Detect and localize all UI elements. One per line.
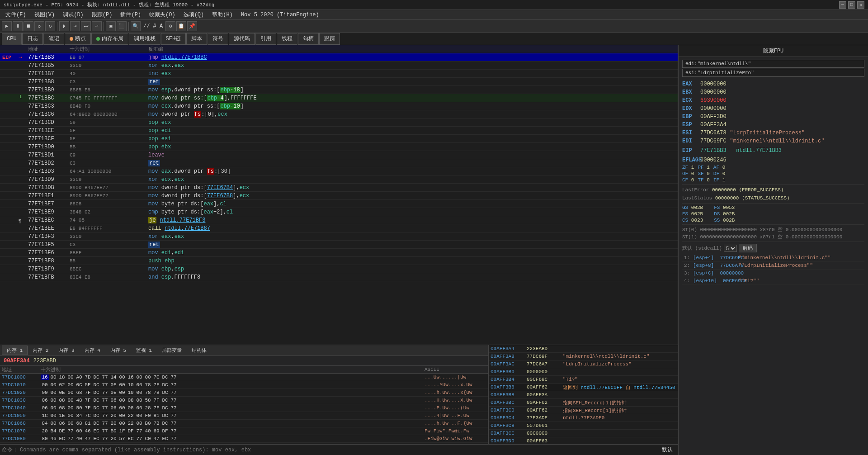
mem-byte[interactable]: EC — [127, 436, 135, 441]
mem-byte[interactable]: 50 — [75, 405, 83, 411]
toolbar-btn-1[interactable]: ▶ — [2, 21, 12, 31]
mem-byte[interactable]: 00 — [135, 398, 143, 403]
mem-byte[interactable]: 77 — [66, 428, 75, 434]
mem-tab-0[interactable]: 内存 1 — [2, 346, 28, 355]
call-conv-select[interactable]: 5 — [724, 245, 737, 252]
disasm-row[interactable]: 77E71BB8C3ret — [0, 78, 678, 86]
disasm-row[interactable]: 77E71BB533C0xor eax,eax — [0, 62, 678, 70]
menu-item-P[interactable]: 插件(P) — [117, 10, 145, 19]
toolbar-btn-15[interactable]: 📌 — [187, 21, 197, 31]
mem-byte[interactable]: DC — [92, 398, 100, 403]
tab-跟踪[interactable]: 跟踪 — [319, 33, 340, 45]
mem-byte[interactable]: 00 — [41, 382, 49, 388]
mem-byte[interactable]: 7F — [152, 382, 160, 388]
mem-byte[interactable]: DC — [92, 405, 100, 411]
command-input[interactable] — [20, 447, 658, 453]
mem-byte[interactable]: 00 — [118, 421, 126, 426]
mem-byte[interactable]: 7F — [84, 390, 92, 395]
reg-row-esp[interactable]: ESP00AFF3A4 — [682, 121, 864, 128]
mem-byte[interactable]: 77 — [101, 436, 109, 441]
stack-row[interactable]: 00AFF3A4223EABD — [489, 345, 678, 353]
tab-线程[interactable]: 线程 — [277, 33, 297, 45]
mem-byte[interactable]: DF — [127, 428, 135, 434]
stack-content[interactable]: 00AFF3A4223EABD00AFF3A877DC69F"minkernel… — [489, 345, 678, 444]
reg-row-edx[interactable]: EDX00000000 — [682, 104, 864, 112]
mem-byte[interactable]: 20 — [41, 428, 49, 434]
close-button[interactable]: ✕ — [857, 1, 864, 9]
mem-byte[interactable]: 40 — [75, 436, 83, 441]
mem-byte[interactable]: 77 — [101, 390, 109, 395]
mem-byte[interactable]: 00 — [118, 405, 126, 411]
mem-byte[interactable]: 06 — [109, 405, 118, 411]
mem-byte[interactable]: 00 — [135, 413, 143, 418]
disasm-row[interactable]: 77E71BCF5Epop esi — [0, 135, 678, 143]
mem-byte[interactable]: 77 — [66, 436, 75, 441]
toolbar-btn-4[interactable]: ↺ — [34, 21, 44, 31]
mem-byte[interactable]: DC — [92, 421, 100, 426]
mem-byte[interactable]: 69 — [152, 428, 160, 434]
mem-byte[interactable]: 00 — [49, 398, 57, 403]
mem-byte[interactable]: DC — [161, 390, 169, 395]
mem-byte[interactable]: 00 — [144, 374, 152, 380]
mem-byte[interactable]: 00 — [118, 382, 126, 388]
mem-byte[interactable]: 7B — [152, 390, 160, 395]
mem-byte[interactable]: 0E — [109, 390, 118, 395]
tab-CPU[interactable]: CPU — [2, 33, 22, 45]
mem-byte[interactable]: 7F — [84, 398, 92, 403]
mem-tab-3[interactable]: 内存 4 — [80, 346, 105, 355]
tab-源代码[interactable]: 源代码 — [229, 33, 255, 45]
mem-byte[interactable]: 20 — [109, 413, 118, 418]
menu-item-NovTitanEngine[interactable]: Nov 5 2020 (TitanEngine) — [237, 11, 323, 19]
menu-item-D[interactable]: 调试(D) — [59, 10, 87, 19]
flag-OF[interactable]: OF 0 — [682, 171, 694, 176]
mem-byte[interactable]: 16 — [41, 374, 49, 380]
mem-byte[interactable]: 77 — [170, 413, 178, 418]
flag-CF[interactable]: CF 0 — [682, 177, 694, 183]
tab-内存布局[interactable]: 内存布局 — [91, 33, 128, 45]
mem-byte[interactable]: 34 — [75, 413, 83, 418]
mem-byte[interactable]: 46 — [84, 428, 92, 434]
mem-byte[interactable]: 5E — [84, 382, 92, 388]
mem-byte[interactable]: 00 — [49, 413, 57, 418]
mem-byte[interactable]: DC — [161, 421, 169, 426]
mem-byte[interactable]: 00 — [66, 405, 75, 411]
toolbar-btn-2[interactable]: ⏸ — [13, 21, 23, 31]
mem-byte[interactable]: 77 — [170, 374, 178, 380]
mem-byte[interactable]: 00 — [66, 390, 75, 395]
mem-byte[interactable]: C0 — [144, 436, 152, 441]
disasm-row[interactable]: └77E71BBCC745 FC FFFFFFFFmov dword ptr s… — [0, 94, 678, 102]
flag-PF[interactable]: PF 1 — [698, 165, 709, 170]
mem-byte[interactable]: 80 — [41, 436, 49, 441]
mem-byte[interactable]: 20 — [109, 436, 118, 441]
disasm-row[interactable]: 77E71BF333C0xor eax,eax — [0, 232, 678, 241]
mem-byte[interactable]: 20 — [109, 421, 118, 426]
flag-SF[interactable]: SF 0 — [698, 171, 709, 176]
mem-byte[interactable]: 77 — [170, 390, 178, 395]
mem-byte[interactable]: 10 — [127, 382, 135, 388]
mem-byte[interactable]: 78 — [144, 382, 152, 388]
mem-byte[interactable]: 7D — [84, 374, 92, 380]
mem-byte[interactable]: 77 — [101, 405, 109, 411]
mem-byte[interactable]: 77 — [101, 421, 109, 426]
mem-byte[interactable]: 00 — [49, 405, 57, 411]
mem-byte[interactable]: 7B — [152, 421, 160, 426]
mem-byte[interactable]: 81 — [152, 413, 160, 418]
mem-byte[interactable]: 06 — [41, 405, 49, 411]
mem-byte[interactable]: 14 — [109, 374, 118, 380]
mem-byte[interactable]: 08 — [58, 405, 66, 411]
mem-byte[interactable]: 77 — [101, 428, 109, 434]
mem-byte[interactable]: 00 — [49, 390, 57, 395]
mem-byte[interactable]: 77 — [101, 413, 109, 418]
mem-byte[interactable]: 00 — [118, 398, 126, 403]
stack-row[interactable]: 00AFF3C000AFF62指向SEH_Record[1]的指针 — [489, 407, 678, 414]
disasm-row[interactable]: 77E71BE1890D B867EE77mov dword ptr ds:[7… — [0, 192, 678, 200]
toolbar-btn-10[interactable]: ▣ — [106, 21, 116, 31]
mem-byte[interactable]: 7C — [84, 413, 92, 418]
disasm-row[interactable]: 77E71BF855push ebp — [0, 257, 678, 265]
stack-row[interactable]: 00AFF3A877DC69F"minkernel\\ntdll\\ldrini… — [489, 353, 678, 360]
disasm-row[interactable]: 77E71BF68BFFmov edi,edi — [0, 249, 678, 257]
mem-byte[interactable]: 77 — [101, 398, 109, 403]
disasm-row[interactable]: 77E71BE93848 02cmp byte ptr ds:[eax+2],c… — [0, 208, 678, 216]
mem-byte[interactable]: DC — [92, 382, 100, 388]
tab-调用堆栈[interactable]: 调用堆栈 — [129, 33, 160, 45]
